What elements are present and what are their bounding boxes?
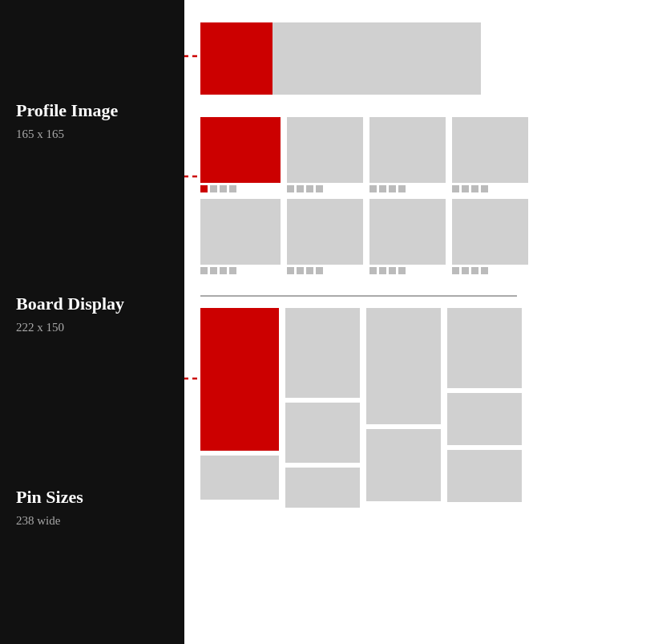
dot [316,185,323,192]
dot [462,185,469,192]
pin-med-3 [285,468,360,508]
dot [369,267,377,274]
pin-col-4 [447,308,522,508]
dot [200,267,208,274]
dot [389,185,396,192]
board-card-1-img [200,117,281,183]
dot [220,267,227,274]
pin-col-3 [366,308,441,508]
sidebar: Profile Image 165 x 165 Board Display 22… [0,0,184,644]
board-card-8 [452,199,528,274]
pin-grid [200,308,633,508]
board-display-label: Board Display [16,294,172,314]
dot [210,267,217,274]
board-card-5-dots [200,267,281,274]
dot [452,267,459,274]
board-card-2-dots [287,185,363,192]
dot [471,185,478,192]
pin-small-gray [200,456,279,500]
board-display-dim: 222 x 150 [16,321,172,334]
board-card-6 [287,199,363,274]
dot [229,185,236,192]
dot [229,267,236,274]
dot [471,267,478,274]
main-panel [184,0,646,644]
dot [306,267,313,274]
profile-image-section [200,22,633,95]
pin-med-1 [285,308,360,398]
dot [297,185,304,192]
board-card-5 [200,199,281,274]
dot [287,185,294,192]
pin-med-2 [285,403,360,463]
dot [481,267,488,274]
pin-sizes-dim: 238 wide [16,514,172,528]
dot [452,185,459,192]
board-card-3 [369,117,446,192]
dot [462,267,469,274]
board-card-4-img [452,117,528,183]
profile-card [200,22,633,95]
dot [369,185,377,192]
dot [398,267,406,274]
page-layout: Profile Image 165 x 165 Board Display 22… [0,0,646,644]
dot [287,267,294,274]
dot [398,185,406,192]
profile-red-box [200,22,273,95]
dot [297,267,304,274]
board-card-6-img [287,199,363,265]
board-card-7-dots [369,267,446,274]
sidebar-section-profile: Profile Image 165 x 165 [16,100,172,140]
board-card-5-img [200,199,281,265]
board-card-1 [200,117,281,192]
pin-col-1 [200,308,279,508]
board-card-3-dots [369,185,446,192]
pin-right-top [447,308,522,388]
board-card-1-dots [200,185,281,192]
board-card-6-dots [287,267,363,274]
pin-right-bot [447,450,522,502]
pin-tall-red [200,308,279,451]
dot [200,185,208,192]
sidebar-section-pin: Pin Sizes 238 wide [16,487,172,527]
board-card-8-img [452,199,528,265]
dot [379,267,386,274]
dot [316,267,323,274]
profile-image-dim: 165 x 165 [16,128,172,141]
pin-right-mid [447,393,522,445]
board-card-7-img [369,199,446,265]
pin-wide-bottom [366,429,441,501]
pin-wide-tall [366,308,441,424]
sidebar-section-board: Board Display 222 x 150 [16,294,172,334]
board-card-4 [452,117,528,192]
board-card-3-img [369,117,446,183]
board-card-7 [369,199,446,274]
dot [210,185,217,192]
pin-col-2 [285,308,360,508]
dot [220,185,227,192]
board-card-2 [287,117,363,192]
pin-sizes-section [200,308,633,508]
profile-text-placeholder [273,22,481,95]
board-display-section [200,117,633,277]
dot [306,185,313,192]
pin-sizes-label: Pin Sizes [16,487,172,507]
board-card-4-dots [452,185,528,192]
profile-image-label: Profile Image [16,100,172,120]
board-row-2 [200,199,633,274]
dot [379,185,386,192]
section-divider [200,295,517,297]
board-row-1 [200,117,633,192]
dot [481,185,488,192]
board-card-2-img [287,117,363,183]
board-card-8-dots [452,267,528,274]
dot [389,267,396,274]
